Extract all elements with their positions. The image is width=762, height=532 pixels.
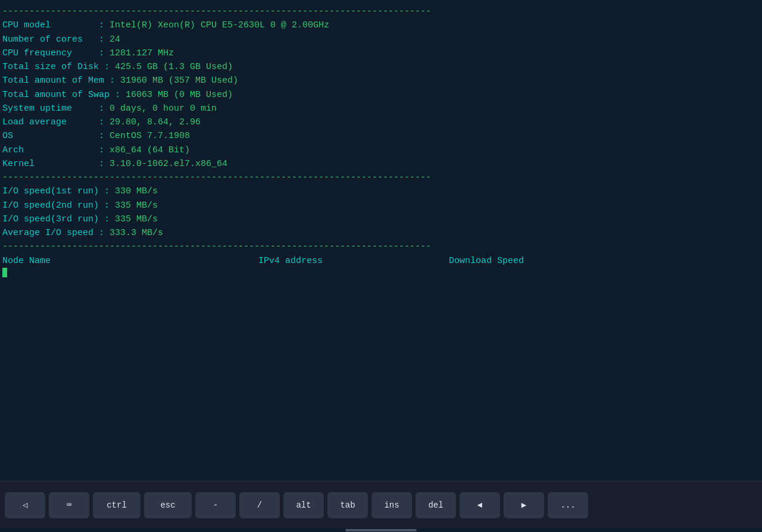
io-row: Average I/O speed : 333.3 MB/s	[2, 226, 760, 240]
info-row: CPU model : Intel(R) Xeon(R) CPU E5-2630…	[2, 18, 760, 32]
separator-mid1: ----------------------------------------…	[2, 171, 760, 184]
info-row: System uptime : 0 days, 0 hour 0 min	[2, 102, 760, 115]
row-label: Load average	[2, 117, 93, 127]
io-label: I/O speed(2nd run)	[2, 201, 99, 211]
row-value: 0 days, 0 hour 0 min	[110, 104, 217, 114]
row-label: Kernel	[2, 159, 93, 169]
ctrl-button[interactable]: ctrl	[93, 492, 140, 518]
minus-button[interactable]: -	[195, 492, 236, 518]
network-header-row: Node NameIPv4 addressDownload Speed	[2, 254, 760, 268]
row-value: 3.10.0-1062.el7.x86_64	[110, 159, 227, 169]
io-row: I/O speed(2nd run) : 335 MB/s	[2, 199, 760, 212]
io-row: I/O speed(1st run) : 330 MB/s	[2, 184, 760, 198]
io-row: I/O speed(3rd run) : 335 MB/s	[2, 212, 760, 226]
slash-button[interactable]: /	[239, 492, 280, 518]
io-value: 335 MB/s	[115, 214, 158, 224]
left-arrow-button[interactable]: ◄	[460, 492, 500, 518]
row-label: OS	[2, 131, 93, 141]
io-value: 330 MB/s	[115, 186, 158, 196]
row-label: Total amount of Mem	[2, 76, 104, 86]
bottom-bar	[0, 528, 762, 532]
row-value: 31960 MB (357 MB Used)	[120, 76, 238, 86]
info-row: OS : CentOS 7.7.1908	[2, 129, 760, 143]
io-value: 335 MB/s	[115, 201, 158, 211]
row-label: CPU frequency	[2, 48, 93, 58]
info-row: Total size of Disk : 425.5 GB (1.3 GB Us…	[2, 60, 760, 74]
row-value: 29.80, 8.64, 2.96	[110, 117, 201, 127]
terminal-cursor	[2, 268, 7, 277]
keyboard-bar: ◁ ⌨ ctrl esc - / alt tab ins del ◄ ▶ ...	[0, 481, 762, 528]
separator-top: ----------------------------------------…	[2, 5, 760, 18]
io-label: I/O speed(1st run)	[2, 186, 99, 196]
row-value: Intel(R) Xeon(R) CPU E5-2630L 0 @ 2.00GH…	[110, 20, 329, 30]
node-name-header: Node Name	[2, 254, 258, 268]
row-value: 425.5 GB (1.3 GB Used)	[115, 62, 233, 72]
info-row: Kernel : 3.10.0-1062.el7.x86_64	[2, 157, 760, 171]
esc-button[interactable]: esc	[144, 492, 192, 518]
separator-mid2: ----------------------------------------…	[2, 240, 760, 254]
io-label: I/O speed(3rd run)	[2, 214, 99, 224]
row-value: 1281.127 MHz	[110, 48, 174, 58]
info-section: CPU model : Intel(R) Xeon(R) CPU E5-2630…	[2, 18, 760, 171]
info-row: Total amount of Mem : 31960 MB (357 MB U…	[2, 74, 760, 87]
io-section: I/O speed(1st run) : 330 MB/sI/O speed(2…	[2, 184, 760, 240]
row-label: CPU model	[2, 20, 93, 30]
row-value: CentOS 7.7.1908	[110, 131, 190, 141]
ins-button[interactable]: ins	[371, 492, 412, 518]
row-value: 24	[110, 35, 120, 45]
back-button[interactable]: ◁	[5, 492, 45, 518]
alt-button[interactable]: alt	[283, 492, 324, 518]
bottom-indicator	[345, 529, 417, 531]
row-label: System uptime	[2, 104, 93, 114]
more-button[interactable]: ...	[548, 492, 588, 518]
info-row: Total amount of Swap : 16063 MB (0 MB Us…	[2, 88, 760, 102]
del-button[interactable]: del	[416, 492, 456, 518]
row-label: Number of cores	[2, 35, 93, 45]
row-label: Arch	[2, 145, 93, 155]
info-row: Load average : 29.80, 8.64, 2.96	[2, 115, 760, 129]
keyboard-button[interactable]: ⌨	[49, 492, 89, 518]
right-arrow-button[interactable]: ▶	[504, 492, 544, 518]
cursor-row	[2, 268, 760, 277]
row-value: x86_64 (64 Bit)	[110, 145, 190, 155]
io-label: Average I/O speed	[2, 228, 93, 238]
row-value: 16063 MB (0 MB Used)	[126, 90, 233, 100]
info-row: Number of cores : 24	[2, 33, 760, 46]
io-value: 333.3 MB/s	[110, 228, 163, 238]
info-row: Arch : x86_64 (64 Bit)	[2, 143, 760, 157]
ipv4-header: IPv4 address	[258, 254, 449, 268]
tab-button[interactable]: tab	[327, 492, 368, 518]
terminal: ----------------------------------------…	[0, 0, 762, 481]
row-label: Total size of Disk	[2, 62, 99, 72]
info-row: CPU frequency : 1281.127 MHz	[2, 46, 760, 60]
row-label: Total amount of Swap	[2, 90, 110, 100]
download-speed-header: Download Speed	[449, 256, 524, 266]
